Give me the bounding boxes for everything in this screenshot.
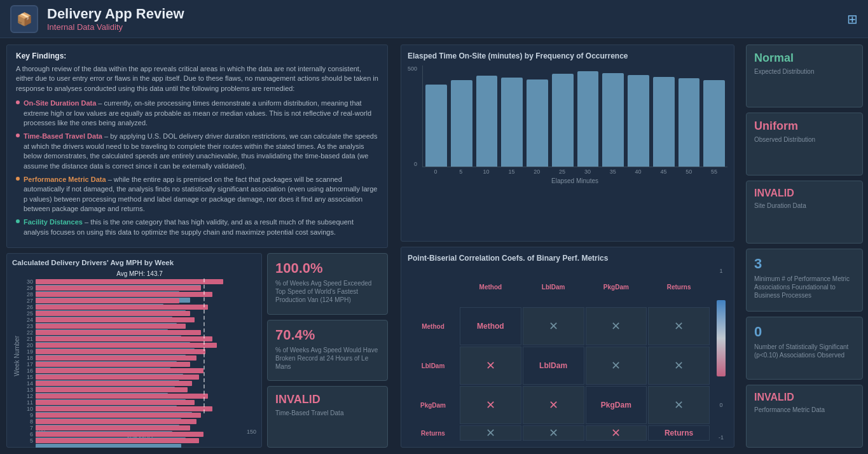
corr-cell-2-2: PkgDam: [586, 386, 647, 424]
elapsed-bar-group-55: [703, 80, 725, 167]
correlation-content: MethodLblDamPkgDamReturnsMethodMethod✕✕✕…: [408, 268, 727, 441]
bar-track-25: [36, 311, 256, 316]
bar-pink-25: [36, 311, 190, 316]
colorbar-top-label: 1: [719, 268, 722, 274]
bar-label-27: 27: [23, 298, 33, 304]
corr-cell-1-0: ✕: [460, 347, 521, 385]
invalid-site-card: INVALID Site Duration Data: [746, 181, 863, 244]
bar-track-13: [36, 387, 256, 392]
invalid-site-title: INVALID: [754, 188, 855, 199]
bar-label-19: 19: [23, 348, 33, 355]
cross-0-1: ✕: [549, 319, 558, 333]
corr-cell-1-2: ✕: [586, 347, 647, 385]
bar-label-10: 10: [23, 406, 33, 412]
elapsed-bar-group-40: [628, 75, 649, 167]
bar-row-28: 28: [23, 291, 256, 298]
corr-cell-3-2: ✕: [586, 425, 647, 441]
finding-facility: Facility Distances – this is the one cat…: [16, 217, 378, 237]
sig-assoc-card: 0 Number of Statistically Significant (p…: [746, 317, 863, 380]
elapsed-bar-30: [577, 71, 599, 167]
mph-chart-title: Calculated Delivery Drivers' Avg MPH by …: [12, 259, 256, 266]
travel-invalid-card: INVALID Time-Based Travel Data: [267, 386, 388, 448]
elapsed-x-label-20: 20: [526, 169, 548, 175]
bar-track-19: [36, 349, 256, 354]
speed-stat-value: 100.0%: [275, 260, 380, 277]
min-assoc-desc: Minimum # of Performance Metric Associat…: [754, 275, 855, 299]
travel-invalid-desc: Time-Based Travel Data: [275, 409, 380, 417]
middle-column: Elasped Time On-Site (minutes) by Freque…: [394, 38, 741, 454]
key-findings-panel: Key Findings: A thorough review of the d…: [6, 45, 388, 248]
bar-label-17: 17: [23, 361, 33, 368]
finding-onsite: On-Site Duration Data – currently, on-si…: [16, 99, 378, 128]
cross-1-2: ✕: [611, 359, 621, 373]
corr-cell-3-1: ✕: [523, 425, 584, 441]
bar-track-28: [36, 292, 256, 297]
elapsed-bar-55: [703, 80, 725, 167]
y-tick-500: 500: [408, 65, 417, 72]
bar-chart-rows: 3029282726252423222120191817161514131211…: [23, 279, 256, 426]
invalid-site-desc: Site Duration Data: [754, 202, 855, 210]
corr-col-header-Method: Method: [460, 268, 521, 306]
bar-pink-12: [36, 394, 208, 399]
left-column: Key Findings: A thorough review of the d…: [0, 38, 394, 454]
elapsed-x-label-35: 35: [602, 169, 624, 175]
mph-chart-y-label: Week Number: [12, 270, 20, 442]
corr-col-header-PkgDam: PkgDam: [586, 268, 647, 306]
bar-pink-10: [36, 406, 212, 411]
bar-row-12: 12: [23, 393, 256, 399]
bar-pink-9: [36, 413, 201, 418]
finding-perf-label: Performance Metric Data: [24, 175, 106, 183]
elapsed-bar-group-50: [679, 78, 700, 167]
bar-label-30: 30: [23, 279, 33, 285]
bar-label-18: 18: [23, 355, 33, 361]
corr-cell-1-1: LblDam: [523, 347, 584, 385]
bar-label-25: 25: [23, 310, 33, 317]
bar-row-7: 7: [23, 425, 256, 431]
corr-row-header-Returns: Returns: [408, 425, 458, 441]
header: 📦 Delivery App Review Internal Data Vali…: [0, 0, 868, 38]
bullet-travel: [16, 134, 20, 137]
bar-row-19: 19: [23, 348, 256, 355]
bar-row-16: 16: [23, 368, 256, 374]
elapsed-x-label-50: 50: [678, 169, 699, 175]
bar-pink-27: [36, 298, 179, 303]
lemans-stat-card: 70.4% % of Weeks Avg Speed Would Have Br…: [267, 320, 388, 382]
elapsed-bar-50: [679, 78, 700, 167]
finding-facility-label: Facility Distances: [24, 218, 83, 226]
elapsed-bar-20: [527, 79, 548, 167]
sig-assoc-desc: Number of Statistically Significant (p<0…: [754, 343, 855, 359]
bar-pink-8: [36, 419, 196, 424]
elapsed-x-label-40: 40: [628, 169, 649, 175]
bar-track-26: [36, 305, 256, 310]
corr-cell-0-3: ✕: [648, 307, 710, 345]
header-menu-icon[interactable]: ⊞: [847, 11, 858, 27]
corr-col-header-LblDam: LblDam: [523, 268, 584, 306]
finding-travel-text: Time-Based Travel Data – by applying U.S…: [24, 132, 378, 171]
bar-row-17: 17: [23, 361, 256, 368]
cross-3-1: ✕: [549, 426, 558, 440]
bar-pink-21: [36, 336, 212, 341]
bar-row-15: 15: [23, 374, 256, 380]
elapsed-title: Elasped Time On-Site (minutes) by Freque…: [408, 52, 727, 60]
bar-label-24: 24: [23, 317, 33, 323]
elapsed-bar-40: [628, 75, 649, 167]
bar-row-29: 29: [23, 285, 256, 291]
lemans-stat-value: 70.4%: [275, 327, 380, 343]
bar-track-22: [36, 330, 256, 335]
bar-label-14: 14: [23, 380, 33, 387]
elapsed-bar-group-15: [501, 78, 523, 167]
bar-track-7: [36, 425, 256, 430]
sig-assoc-value: 0: [754, 324, 855, 340]
invalid-perf-title: INVALID: [754, 392, 855, 403]
colorbar-bottom-label: -1: [719, 434, 724, 441]
elapsed-x-label-0: 0: [425, 169, 446, 175]
cross-3-0: ✕: [486, 426, 495, 440]
page-subtitle: Internal Data Validity: [47, 22, 184, 32]
finding-travel-label: Time-Based Travel Data: [24, 132, 102, 140]
bar-pink-28: [36, 292, 212, 297]
bar-label-6: 6: [23, 431, 33, 437]
elapsed-bar-group-30: [577, 71, 599, 167]
cross-2-0: ✕: [486, 398, 495, 412]
bar-track-5: [36, 438, 256, 443]
bar-pink-29: [36, 285, 201, 291]
